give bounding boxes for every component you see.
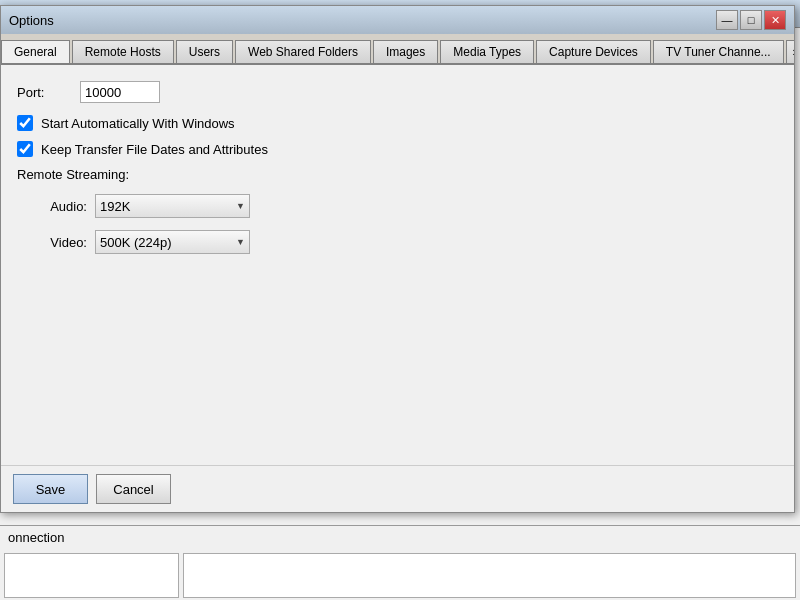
video-dropdown-wrapper: 256K (144p) 500K (224p) 1M (360p) 2M (48… xyxy=(95,230,250,254)
keep-transfer-dates-row: Keep Transfer File Dates and Attributes xyxy=(17,141,778,157)
options-maximize-button[interactable]: □ xyxy=(740,10,762,30)
audio-dropdown-wrapper: 64K 128K 192K 256K 320K xyxy=(95,194,250,218)
connection-label: onnection xyxy=(0,526,800,549)
streaming-section-label: Remote Streaming: xyxy=(17,167,778,182)
port-label: Port: xyxy=(17,85,72,100)
connection-panel: onnection xyxy=(0,525,800,600)
tab-web-shared-folders[interactable]: Web Shared Folders xyxy=(235,40,371,65)
options-dialog: Options — □ ✕ General Remote Hosts Users… xyxy=(0,5,795,513)
start-automatically-checkbox[interactable] xyxy=(17,115,33,131)
tab-users[interactable]: Users xyxy=(176,40,233,65)
tab-bar: General Remote Hosts Users Web Shared Fo… xyxy=(1,34,794,65)
options-close-button[interactable]: ✕ xyxy=(764,10,786,30)
video-row: Video: 256K (144p) 500K (224p) 1M (360p)… xyxy=(37,230,778,254)
tab-tv-tuner-channels[interactable]: TV Tuner Channe... xyxy=(653,40,784,65)
cancel-button[interactable]: Cancel xyxy=(96,474,171,504)
keep-transfer-dates-label: Keep Transfer File Dates and Attributes xyxy=(41,142,268,157)
options-minimize-button[interactable]: — xyxy=(716,10,738,30)
start-automatically-label: Start Automatically With Windows xyxy=(41,116,235,131)
tab-remote-hosts[interactable]: Remote Hosts xyxy=(72,40,174,65)
options-title: Options xyxy=(9,13,716,28)
bottom-buttons-area: Save Cancel xyxy=(1,465,794,512)
tab-more-button[interactable]: » xyxy=(786,40,794,65)
content-area: Port: Start Automatically With Windows K… xyxy=(1,65,794,465)
video-label: Video: xyxy=(37,235,87,250)
options-titlebar: Options — □ ✕ xyxy=(1,6,794,34)
options-title-buttons: — □ ✕ xyxy=(716,10,786,30)
tab-media-types[interactable]: Media Types xyxy=(440,40,534,65)
audio-label: Audio: xyxy=(37,199,87,214)
connection-content xyxy=(0,553,800,598)
tab-capture-devices[interactable]: Capture Devices xyxy=(536,40,651,65)
keep-transfer-dates-checkbox[interactable] xyxy=(17,141,33,157)
tab-images[interactable]: Images xyxy=(373,40,438,65)
video-dropdown[interactable]: 256K (144p) 500K (224p) 1M (360p) 2M (48… xyxy=(95,230,250,254)
port-row: Port: xyxy=(17,81,778,103)
tab-general[interactable]: General xyxy=(1,40,70,65)
save-button[interactable]: Save xyxy=(13,474,88,504)
start-automatically-row: Start Automatically With Windows xyxy=(17,115,778,131)
audio-row: Audio: 64K 128K 192K 256K 320K xyxy=(37,194,778,218)
audio-dropdown[interactable]: 64K 128K 192K 256K 320K xyxy=(95,194,250,218)
connection-right-panel xyxy=(183,553,796,598)
port-input[interactable] xyxy=(80,81,160,103)
streaming-section: Remote Streaming: Audio: 64K 128K 192K 2… xyxy=(17,167,778,254)
connection-left-panel xyxy=(4,553,179,598)
